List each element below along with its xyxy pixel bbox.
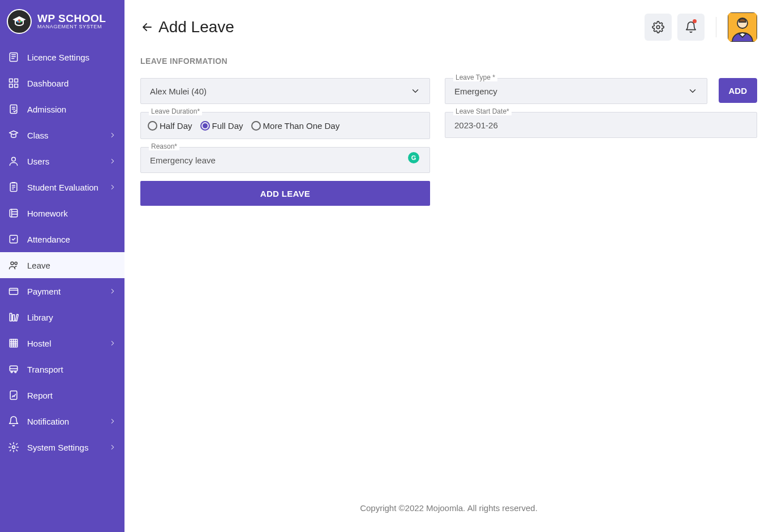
settings-button[interactable] <box>645 14 672 41</box>
sidebar-item-label: Licence Settings <box>27 53 117 62</box>
content: LEAVE INFORMATION Alex Mulei (40) Leave … <box>124 47 773 487</box>
sidebar-item-library[interactable]: Library <box>0 304 124 330</box>
leave-type-value: Emergency <box>454 86 688 96</box>
reason-value: Emergency leave <box>150 155 420 165</box>
svg-point-19 <box>15 371 16 373</box>
svg-point-2 <box>20 20 22 23</box>
sidebar-item-label: Admission <box>27 105 117 114</box>
topbar: Add Leave <box>124 0 773 47</box>
sidebar-item-label: Class <box>27 131 101 140</box>
leave-duration-field: Leave Duration* Half DayFull DayMore Tha… <box>140 112 430 139</box>
main: Add Leave LEAVE INFORMATION Alex Mule <box>124 0 773 532</box>
sidebar-item-report[interactable]: Report <box>0 382 124 408</box>
student-select-value: Alex Mulei (40) <box>150 86 410 96</box>
sidebar-item-label: Report <box>27 391 117 400</box>
payment-icon <box>8 286 19 297</box>
sidebar-item-label: Notification <box>27 417 101 426</box>
sidebar-item-attendance[interactable]: Attendance <box>0 226 124 252</box>
brand-line2: MANAGEMENT SYSTEM <box>37 24 106 29</box>
sidebar-item-transport[interactable]: Transport <box>0 356 124 382</box>
svg-rect-5 <box>15 79 18 83</box>
brand-line1: WP SCHOOL <box>37 13 106 24</box>
back-arrow-icon[interactable] <box>140 20 154 34</box>
sidebar-item-homework[interactable]: Homework <box>0 200 124 226</box>
graduation-cap-icon <box>11 14 27 29</box>
sidebar-item-admission[interactable]: Admission <box>0 96 124 122</box>
leave-start-date-field[interactable]: Leave Start Date* 2023-01-26 <box>445 112 757 138</box>
chevron-right-icon <box>109 131 117 139</box>
sidebar-item-label: Transport <box>27 365 117 374</box>
avatar-icon <box>728 12 757 42</box>
svg-rect-7 <box>15 84 18 88</box>
chevron-right-icon <box>109 443 117 451</box>
logo: WP SCHOOL MANAGEMENT SYSTEM <box>0 0 124 42</box>
svg-rect-11 <box>10 209 17 217</box>
sidebar-item-label: Leave <box>27 261 117 270</box>
radio-icon <box>200 121 210 131</box>
evaluation-icon <box>8 181 19 193</box>
sidebar-item-label: Users <box>27 157 101 166</box>
duration-option-full-day[interactable]: Full Day <box>200 121 248 131</box>
report-icon <box>8 390 19 401</box>
logo-badge <box>7 9 32 34</box>
radio-label: Full Day <box>212 121 243 131</box>
add-leave-type-button[interactable]: ADD <box>719 78 758 103</box>
form-row-1: Alex Mulei (40) Leave Type * Emergency A… <box>140 78 757 104</box>
sidebar-item-label: Dashboard <box>27 79 117 88</box>
sidebar-item-users[interactable]: Users <box>0 148 124 174</box>
svg-point-18 <box>11 371 12 373</box>
gear-icon <box>652 21 664 33</box>
page-title-wrap: Add Leave <box>140 18 234 36</box>
sidebar-item-label: Hostel <box>27 339 101 348</box>
reason-field[interactable]: Reason* Emergency leave <box>140 147 430 173</box>
sidebar-item-label: Attendance <box>27 235 117 244</box>
licence-icon <box>8 51 19 63</box>
nav-list: Licence SettingsDashboardAdmissionClassU… <box>0 44 124 460</box>
sidebar-item-payment[interactable]: Payment <box>0 278 124 304</box>
svg-point-13 <box>11 262 14 265</box>
leave-type-select[interactable]: Leave Type * Emergency <box>445 78 707 104</box>
duration-option-half-day[interactable]: Half Day <box>148 121 197 131</box>
footer: Copyright ©2022 Mojoomla. All rights res… <box>124 487 773 532</box>
svg-rect-3 <box>10 53 17 62</box>
svg-point-14 <box>15 262 17 265</box>
notification-dot <box>693 19 697 23</box>
svg-rect-4 <box>10 79 13 83</box>
section-title: LEAVE INFORMATION <box>140 57 757 66</box>
add-leave-button[interactable]: ADD LEAVE <box>140 181 430 206</box>
logo-text: WP SCHOOL MANAGEMENT SYSTEM <box>37 13 106 29</box>
notification-icon <box>8 416 19 427</box>
hostel-icon <box>8 338 19 349</box>
chevron-right-icon <box>109 183 117 191</box>
leave-icon <box>8 259 19 271</box>
duration-option-more-than-one-day[interactable]: More Than One Day <box>251 121 345 131</box>
sidebar-item-settings[interactable]: System Settings <box>0 434 124 460</box>
student-select[interactable]: Alex Mulei (40) <box>140 78 430 104</box>
transport-icon <box>8 364 19 375</box>
avatar[interactable] <box>728 12 757 42</box>
sidebar-item-evaluation[interactable]: Student Evaluation <box>0 174 124 200</box>
leave-start-date-value: 2023-01-26 <box>454 120 748 130</box>
form-row-3: Reason* Emergency leave <box>140 147 757 173</box>
sidebar-item-hostel[interactable]: Hostel <box>0 330 124 356</box>
sidebar-item-notification[interactable]: Notification <box>0 408 124 434</box>
sidebar-item-label: Library <box>27 313 117 322</box>
sidebar-item-label: Payment <box>27 287 101 296</box>
chevron-right-icon <box>109 157 117 165</box>
svg-rect-6 <box>10 84 13 88</box>
dashboard-icon <box>8 77 19 89</box>
leave-type-label: Leave Type * <box>453 73 497 81</box>
sidebar-item-class[interactable]: Class <box>0 122 124 148</box>
leave-duration-radio-group: Half DayFull DayMore Than One Day <box>141 113 430 139</box>
notifications-button[interactable] <box>677 14 705 41</box>
sidebar-item-leave[interactable]: Leave <box>0 252 124 278</box>
sidebar-item-dashboard[interactable]: Dashboard <box>0 70 124 96</box>
chevron-right-icon <box>109 287 117 295</box>
page-title: Add Leave <box>158 18 234 36</box>
svg-rect-20 <box>10 391 17 400</box>
attendance-icon <box>8 233 19 245</box>
chevron-right-icon <box>109 339 117 347</box>
library-icon <box>8 312 19 323</box>
sidebar-item-label: Student Evaluation <box>27 183 101 192</box>
sidebar-item-licence[interactable]: Licence Settings <box>0 44 124 70</box>
